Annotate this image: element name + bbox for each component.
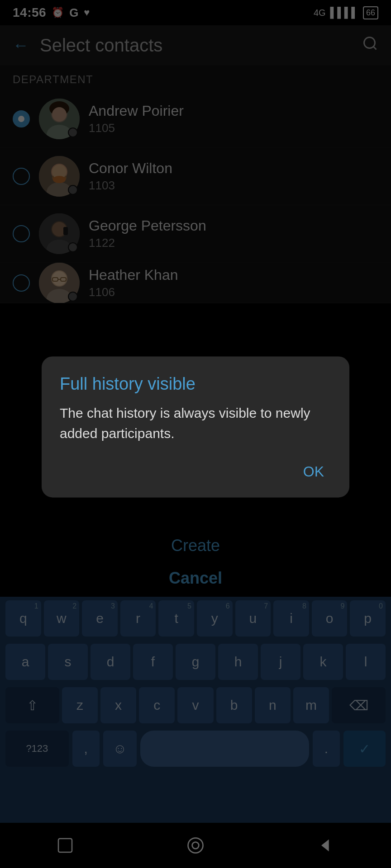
dialog-actions: OK — [60, 460, 331, 484]
dialog-body: The chat history is always visible to ne… — [60, 403, 331, 443]
dialog-ok-button[interactable]: OK — [296, 460, 331, 484]
dialog-title: Full history visible — [60, 374, 331, 394]
dialog: Full history visible The chat history is… — [42, 356, 349, 497]
